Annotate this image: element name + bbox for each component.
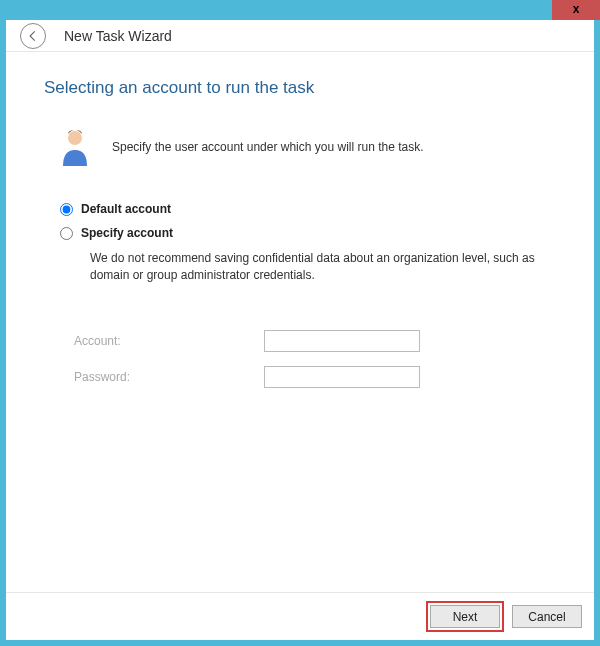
intro-row: Specify the user account under which you… — [60, 128, 556, 166]
wizard-window: x New Task Wizard Selecting an account t… — [0, 0, 600, 646]
next-button-highlight: Next — [426, 601, 504, 632]
arrow-left-icon — [26, 29, 40, 43]
password-input[interactable] — [264, 366, 420, 388]
user-icon — [60, 128, 90, 166]
password-row: Password: — [74, 366, 556, 388]
credentials-form: Account: Password: — [74, 330, 556, 388]
radio-specify-account[interactable]: Specify account — [60, 226, 556, 240]
content-area: Selecting an account to run the task Spe… — [6, 52, 594, 388]
radio-specify-input[interactable] — [60, 227, 73, 240]
account-row: Account: — [74, 330, 556, 352]
header: New Task Wizard — [6, 6, 594, 52]
window-title: New Task Wizard — [64, 28, 172, 44]
radio-default-account[interactable]: Default account — [60, 202, 556, 216]
intro-text: Specify the user account under which you… — [112, 140, 424, 154]
back-button[interactable] — [20, 23, 46, 49]
account-input[interactable] — [264, 330, 420, 352]
svg-point-0 — [68, 131, 82, 145]
account-label: Account: — [74, 334, 264, 348]
footer: Next Cancel — [6, 592, 594, 640]
radio-specify-label: Specify account — [81, 226, 173, 240]
page-heading: Selecting an account to run the task — [44, 78, 556, 98]
radio-default-label: Default account — [81, 202, 171, 216]
cancel-button[interactable]: Cancel — [512, 605, 582, 628]
radio-default-input[interactable] — [60, 203, 73, 216]
account-radio-group: Default account Specify account We do no… — [60, 202, 556, 284]
credentials-warning: We do not recommend saving confidential … — [90, 250, 556, 284]
next-button[interactable]: Next — [430, 605, 500, 628]
password-label: Password: — [74, 370, 264, 384]
